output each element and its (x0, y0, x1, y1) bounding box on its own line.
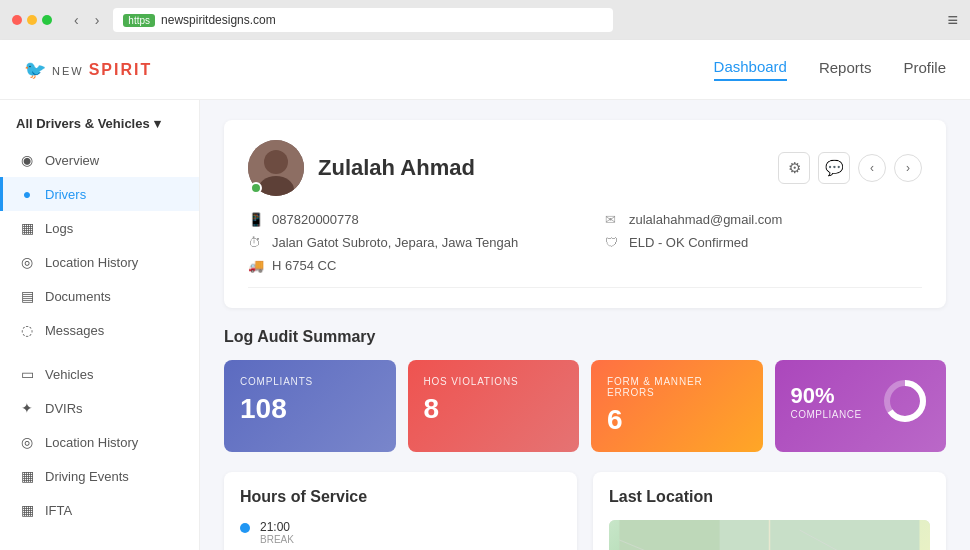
sidebar-item-dvirs[interactable]: ✦ DVIRs (0, 391, 199, 425)
forward-button[interactable]: › (89, 10, 106, 30)
card-divider (248, 287, 922, 288)
hos-entry-1: 21:00 BREAK (240, 520, 561, 545)
phone-icon: 📱 (248, 212, 264, 227)
back-button[interactable]: ‹ (68, 10, 85, 30)
phone-value: 087820000778 (272, 212, 359, 227)
sidebar-label-vehicles: Vehicles (45, 367, 93, 382)
sidebar-item-logs[interactable]: ▦ Logs (0, 211, 199, 245)
sidebar-label-documents: Documents (45, 289, 111, 304)
sidebar-item-documents[interactable]: ▤ Documents (0, 279, 199, 313)
content-area: Zulalah Ahmad ⚙ 💬 ‹ › 📱 087820000778 ✉ z… (200, 100, 970, 550)
driver-info-left: Zulalah Ahmad (248, 140, 475, 196)
form-label: FORM & MANNER ERRORS (607, 376, 747, 398)
address-detail: ⏱ Jalan Gatot Subroto, Jepara, Jawa Teng… (248, 235, 565, 250)
dvirs-icon: ✦ (19, 400, 35, 416)
sidebar-label-location-history: Location History (45, 255, 138, 270)
sidebar-label-logs: Logs (45, 221, 73, 236)
audit-card-form: FORM & MANNER ERRORS 6 (591, 360, 763, 452)
sidebar-filter[interactable]: All Drivers & Vehicles ▾ (0, 116, 199, 143)
logo-spirit-text: SPIRIT (89, 61, 153, 78)
settings-button[interactable]: ⚙ (778, 152, 810, 184)
eld-detail: 🛡 ELD - OK Confirmed (605, 235, 922, 250)
nav-links: Dashboard Reports Profile (714, 58, 946, 81)
location-history-icon: ◎ (19, 254, 35, 270)
logs-icon: ▦ (19, 220, 35, 236)
compliants-value: 108 (240, 393, 380, 425)
minimize-dot (27, 15, 37, 25)
driver-details: 📱 087820000778 ✉ zulalahahmad@gmail.com … (248, 212, 922, 273)
compliance-pct: 90% (791, 383, 862, 409)
sidebar-label-driving-events: Driving Events (45, 469, 129, 484)
prev-driver-button[interactable]: ‹ (858, 154, 886, 182)
chevron-down-icon: ▾ (154, 116, 161, 131)
sidebar-item-messages[interactable]: ◌ Messages (0, 313, 199, 347)
compliance-layout: 90% COMPLIANCE (791, 376, 931, 426)
vehicle-detail: 🚚 H 6754 CC (248, 258, 565, 273)
audit-card-compliants: COMPLIANTS 108 (224, 360, 396, 452)
driver-header: Zulalah Ahmad ⚙ 💬 ‹ › (248, 140, 922, 196)
email-value: zulalahahmad@gmail.com (629, 212, 782, 227)
navbar: 🐦 NEW SPIRIT Dashboard Reports Profile (0, 40, 970, 100)
truck-icon: 🚚 (248, 258, 264, 273)
phone-detail: 📱 087820000778 (248, 212, 565, 227)
location-title: Last Location (609, 488, 930, 506)
nav-reports[interactable]: Reports (819, 59, 872, 80)
sidebar-item-location-history[interactable]: ◎ Location History (0, 245, 199, 279)
sidebar-label-vehicle-location: Location History (45, 435, 138, 450)
nav-dashboard[interactable]: Dashboard (714, 58, 787, 81)
map-svg (609, 520, 930, 550)
browser-chrome: ‹ › https newspiritdesigns.com ≡ (0, 0, 970, 40)
sidebar-item-driving-events[interactable]: ▦ Driving Events (0, 459, 199, 493)
sidebar-label-overview: Overview (45, 153, 99, 168)
sidebar-item-ifta[interactable]: ▦ IFTA (0, 493, 199, 527)
vehicle-location-icon: ◎ (19, 434, 35, 450)
sidebar-label-dvirs: DVIRs (45, 401, 83, 416)
sidebar-item-overview[interactable]: ◉ Overview (0, 143, 199, 177)
audit-card-hos: HOS VIOLATIONS 8 (408, 360, 580, 452)
audit-card-compliance: 90% COMPLIANCE (775, 360, 947, 452)
hos-time-1: 21:00 (260, 520, 294, 534)
messages-icon: ◌ (19, 322, 35, 338)
map-placeholder (609, 520, 930, 550)
avatar-wrapper (248, 140, 304, 196)
email-icon: ✉ (605, 212, 621, 227)
browser-dots (12, 15, 52, 25)
hos-label: HOS VIOLATIONS (424, 376, 564, 387)
driver-card: Zulalah Ahmad ⚙ 💬 ‹ › 📱 087820000778 ✉ z… (224, 120, 946, 308)
logo-new-text: NEW (52, 65, 84, 77)
sidebar-item-vehicles[interactable]: ▭ Vehicles (0, 357, 199, 391)
driver-name: Zulalah Ahmad (318, 155, 475, 181)
sidebar-filter-label: All Drivers & Vehicles (16, 116, 150, 131)
eld-value: ELD - OK Confirmed (629, 235, 748, 250)
hamburger-icon[interactable]: ≡ (947, 10, 958, 31)
sidebar-label-ifta: IFTA (45, 503, 72, 518)
browser-nav: ‹ › (68, 10, 105, 30)
nav-profile[interactable]: Profile (903, 59, 946, 80)
hos-title: Hours of Service (240, 488, 561, 506)
map-background (609, 520, 930, 550)
driving-events-icon: ▦ (19, 468, 35, 484)
sidebar-item-drivers[interactable]: ● Drivers (0, 177, 199, 211)
sidebar-item-vehicle-location[interactable]: ◎ Location History (0, 425, 199, 459)
next-driver-button[interactable]: › (894, 154, 922, 182)
sidebar-label-drivers: Drivers (45, 187, 86, 202)
shield-icon: 🛡 (605, 235, 621, 250)
address-bar[interactable]: https newspiritdesigns.com (113, 8, 613, 32)
audit-section: Log Audit Summary COMPLIANTS 108 HOS VIO… (224, 328, 946, 452)
https-badge: https (123, 14, 155, 27)
close-dot (12, 15, 22, 25)
email-detail: ✉ zulalahahmad@gmail.com (605, 212, 922, 227)
svg-point-1 (264, 150, 288, 174)
sidebar-label-messages: Messages (45, 323, 104, 338)
drivers-icon: ● (19, 186, 35, 202)
compliance-sub: COMPLIANCE (791, 409, 862, 420)
vehicle-value: H 6754 CC (272, 258, 336, 273)
audit-cards: COMPLIANTS 108 HOS VIOLATIONS 8 FORM & M… (224, 360, 946, 452)
overview-icon: ◉ (19, 152, 35, 168)
bottom-grid: Hours of Service 21:00 BREAK 35:00 (224, 472, 946, 550)
ifta-icon: ▦ (19, 502, 35, 518)
logo-bird-icon: 🐦 (24, 59, 46, 81)
address-icon: ⏱ (248, 235, 264, 250)
chat-button[interactable]: 💬 (818, 152, 850, 184)
hos-card: Hours of Service 21:00 BREAK 35:00 (224, 472, 577, 550)
